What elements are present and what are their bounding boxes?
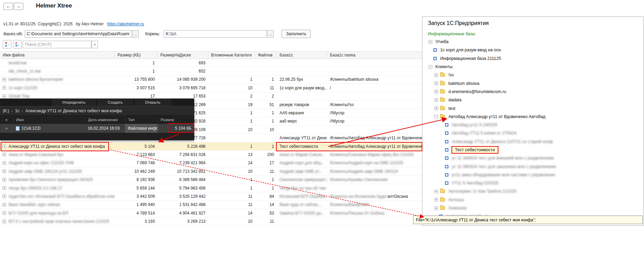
expand-icon[interactable]: + (2, 220, 6, 223)
column-header-5[interactable]: База1с (277, 52, 327, 59)
tree-item[interactable]: Тест себестоимости (422, 146, 643, 154)
root-browse-button[interactable]: ... (267, 30, 274, 38)
table-row[interactable]: +Анна от Марии Союзный бух7 123 6637 294… (0, 151, 422, 159)
column-header-6[interactable]: База1с папка (327, 52, 422, 59)
expand-icon[interactable]: + (2, 186, 6, 190)
tree-item[interactable]: +Анжешка (422, 204, 643, 212)
table-row[interactable]: +АудитОкс-ист Испанский БГП Ошибка в обр… (0, 192, 422, 201)
tree-expand-icon[interactable]: + (434, 90, 438, 93)
tree-item[interactable]: ут 11 060324 тест для заказника млн с ра… (422, 162, 643, 170)
tree-expand-icon[interactable]: + (434, 190, 438, 193)
file-name-cell: +Александр УТ11 от Дениса тест себест мо… (0, 142, 115, 150)
table-row[interactable]: +Александр УТ11 от Дениса тест себест мо… (0, 142, 422, 151)
clear-search-button[interactable]: × (91, 41, 98, 48)
tree-expand-icon[interactable]: + (434, 206, 438, 210)
tree-expand-icon[interactable]: + (434, 98, 438, 102)
explorer-column-header-1[interactable]: Дата изменения (85, 117, 125, 122)
infobase-icon (445, 165, 448, 168)
breadcrumb-segment[interactable]: Александр УТ11 от Дениса тест себест моя… (25, 108, 122, 113)
table-row[interactable]: test4d.bat1693 (0, 59, 422, 67)
expand-icon[interactable]: + (2, 86, 6, 90)
root-path-input[interactable] (164, 30, 267, 38)
tree-item[interactable]: −Клиенты (422, 63, 643, 71)
tree-item[interactable]: Автобад ут11 5 240325 (422, 121, 643, 129)
subdirs-cell: 14 (208, 209, 255, 217)
expand-icon[interactable]: + (2, 169, 6, 173)
sort-letter-bottom: Я (15, 44, 17, 47)
ibases-browse-button[interactable]: ... (132, 30, 139, 38)
tree-item[interactable]: −Автобад Александр ут11 от Вдовиченко Ав… (422, 113, 643, 121)
expand-icon[interactable]: + (2, 203, 6, 207)
base1c-cell: резерв товаров (277, 101, 327, 108)
table-row[interactable]: +Андрей корп на офис 211025 УНФ7 069 748… (0, 159, 422, 167)
search-input[interactable] (23, 41, 91, 48)
tree-item[interactable]: +d.eremenko@forumtelecom.ru (422, 88, 643, 96)
table-row[interactable]: +Ваня Зинабей, курс сейчас1 495 9401 531… (0, 201, 422, 209)
ibases-path-input[interactable] (25, 30, 132, 38)
tree-item[interactable]: ут11 амка оборудование млн частями с упр… (422, 171, 643, 179)
table-row[interactable]: +1с корп 2110253 007 5153 079 695 718101… (0, 84, 422, 92)
expand-icon[interactable]: + (2, 178, 6, 182)
tree-expand-icon[interactable]: − (434, 115, 438, 118)
column-header-1[interactable]: Размер (КБ) (115, 52, 158, 59)
tree-item[interactable]: Александр УТ11 от Дениса 210721 со старо… (422, 138, 643, 146)
site-link[interactable]: https://alexhelmer.ru (107, 22, 144, 26)
tree-item[interactable]: +!Учеба (422, 38, 643, 46)
explorer-menu-item-1[interactable]: Создать (96, 99, 134, 106)
table-row[interactable]: +Ангур бух 290625 3.0 156.275 659 1445 7… (0, 184, 422, 192)
expand-icon[interactable]: + (2, 194, 6, 198)
breadcrumb-segment[interactable]: 1с (15, 108, 20, 113)
sort-button-0[interactable]: ЯА↓ (3, 40, 11, 49)
tree-expand-icon[interactable]: + (434, 106, 438, 110)
tree-item[interactable]: +!хз (422, 71, 643, 79)
expand-icon[interactable]: + (2, 211, 6, 215)
tree-expand-icon[interactable]: − (429, 65, 432, 69)
tree-item[interactable]: УТ11 5 Автобад 020325 (422, 179, 643, 187)
tree-expand-icon[interactable]: + (434, 198, 438, 202)
tree-expand-icon[interactable]: + (434, 73, 438, 77)
table-row[interactable]: +Архивчики бух Смоленск нумерация 240325… (0, 176, 422, 184)
tree-item[interactable]: ут 11 160624 тест для внешней млн с разд… (422, 154, 643, 162)
tree-item[interactable]: Информационная база 211125 (422, 54, 643, 63)
column-header-3[interactable]: Вложенные Каталоги (208, 52, 255, 59)
explorer-column-header-3[interactable]: Размер (158, 117, 194, 122)
explorer-column-header-2[interactable]: Тип (125, 117, 158, 122)
sort-letters-icon: АЯ (15, 42, 17, 47)
explorer-menu-item-2[interactable]: Открыть (134, 99, 171, 106)
pin-column-header: ★ (0, 116, 13, 124)
tree-item[interactable]: Автобад УТ11 5 копия от 270424 (422, 129, 643, 137)
expand-icon[interactable]: + (2, 153, 6, 156)
table-row[interactable]: +БП 3 с настройкой прав платных начислен… (0, 217, 422, 225)
base1c-cell: Испанский БГП Ошибка... (277, 192, 327, 200)
tree-item[interactable]: +Автосервис 1с Кан Трейла 211025 (422, 187, 643, 195)
column-header-2[interactable]: РазмерНаДиске (158, 52, 208, 59)
column-header-0[interactable]: Имя файла (0, 52, 115, 59)
back-button[interactable]: ← (3, 3, 13, 10)
tree-expand-icon[interactable]: + (434, 81, 438, 85)
table-row[interactable]: +Андрей завр ОМБ 190124 ут11 21102510 46… (0, 167, 422, 176)
fill-button[interactable]: Заполнить (282, 30, 311, 38)
base1c-folder-cell: / (327, 84, 422, 92)
expand-icon[interactable]: + (2, 161, 6, 165)
file-name-text: АудитОкс-ист Испанский БГП Ошибка в обра… (9, 194, 115, 199)
explorer-file-row[interactable]: ★ 1Cv8.1CD 16.02.2024 16:03 Файловая инф… (0, 124, 194, 133)
tree-item[interactable]: 1с корп для разум ввод на осн (422, 46, 643, 54)
tree-item[interactable]: +Антоша (422, 196, 643, 204)
expand-icon[interactable]: + (2, 78, 6, 81)
column-header-4[interactable]: Файлов (255, 52, 277, 59)
expand-icon[interactable]: + (2, 144, 6, 148)
file-name-text: БП 3 с настройкой прав платных начислени… (9, 219, 109, 224)
expand-icon[interactable]: + (2, 94, 6, 98)
explorer-menu-item-0[interactable]: Упорядочить (51, 99, 96, 106)
breadcrumb-segment[interactable]: (К:) (3, 108, 9, 113)
tree-item[interactable]: +bakhtum idisova (422, 79, 643, 87)
table-row[interactable]: tab_check_1c.bat1652 (0, 67, 422, 75)
tree-expand-icon[interactable]: + (429, 40, 432, 44)
table-row[interactable]: +bakhtum idisova бухгалтерия13 755 80014… (0, 76, 422, 84)
table-row[interactable]: +БГУ 02025 для перехода на БП4 789 5144 … (0, 209, 422, 217)
sort-button-1[interactable]: АЯ↓ (13, 40, 22, 49)
forward-button[interactable]: → (14, 3, 23, 10)
tree-item[interactable]: +test (422, 104, 643, 112)
explorer-column-header-0[interactable]: Имя (13, 117, 85, 122)
tree-item[interactable]: +dadata (422, 96, 643, 104)
